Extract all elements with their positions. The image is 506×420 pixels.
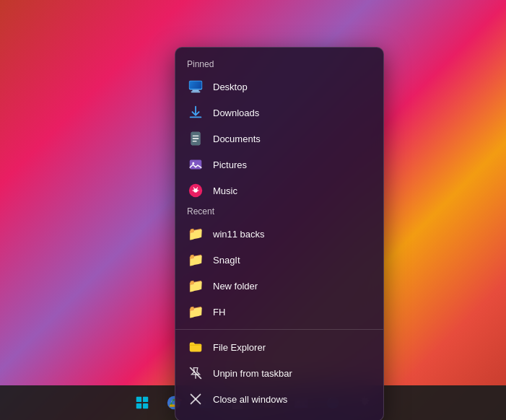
menu-item-pictures[interactable]: Pictures <box>175 152 383 178</box>
menu-item-desktop[interactable]: Desktop <box>175 74 383 100</box>
svg-rect-4 <box>190 82 202 89</box>
menu-divider <box>175 329 383 330</box>
folder-icon-fh: 📁 <box>187 303 204 320</box>
menu-item-newfolder-label: New folder <box>213 281 258 292</box>
file-explorer-icon <box>187 338 204 356</box>
taskbar-start-button[interactable] <box>128 388 157 417</box>
svg-rect-18 <box>136 397 141 402</box>
menu-item-unpin-label: Unpin from taskbar <box>213 368 292 379</box>
recent-section-label: Recent <box>175 204 383 221</box>
menu-item-snagit-label: SnagIt <box>213 255 240 266</box>
menu-item-fh[interactable]: 📁 FH <box>175 299 383 325</box>
folder-icon-snagit: 📁 <box>187 251 204 268</box>
menu-item-fh-label: FH <box>213 307 225 318</box>
downloads-icon <box>187 104 204 121</box>
svg-rect-2 <box>191 91 201 92</box>
menu-item-win11backs[interactable]: 📁 win11 backs <box>175 221 383 247</box>
folder-icon-win11backs: 📁 <box>187 225 204 242</box>
pinned-section-label: Pinned <box>175 56 383 74</box>
pictures-icon <box>187 156 204 173</box>
menu-item-close-all[interactable]: Close all windows <box>175 386 383 412</box>
menu-item-downloads-label: Downloads <box>213 108 259 118</box>
svg-rect-10 <box>190 160 202 170</box>
svg-rect-19 <box>142 397 147 402</box>
menu-item-desktop-label: Desktop <box>213 82 248 92</box>
svg-rect-20 <box>136 403 141 408</box>
svg-point-11 <box>192 162 194 165</box>
music-icon <box>187 182 204 199</box>
menu-item-file-explorer-label: File Explorer <box>213 342 266 353</box>
menu-item-pictures-label: Pictures <box>213 159 247 170</box>
desktop-icon <box>187 78 204 95</box>
folder-icon-newfolder: 📁 <box>187 277 204 294</box>
menu-item-music-label: Music <box>213 185 237 196</box>
svg-rect-21 <box>142 403 147 408</box>
menu-item-documents-label: Documents <box>213 134 261 144</box>
menu-item-snagit[interactable]: 📁 SnagIt <box>175 247 383 273</box>
menu-item-unpin[interactable]: Unpin from taskbar <box>175 360 383 386</box>
unpin-icon <box>187 364 204 382</box>
menu-item-win11backs-label: win11 backs <box>213 229 265 240</box>
menu-item-music[interactable]: Music <box>175 178 383 204</box>
menu-item-documents[interactable]: Documents <box>175 126 383 152</box>
close-icon <box>187 390 204 408</box>
svg-rect-1 <box>192 90 199 92</box>
documents-icon <box>187 130 204 147</box>
menu-item-newfolder[interactable]: 📁 New folder <box>175 273 383 299</box>
context-menu: Pinned Desktop <box>175 47 384 420</box>
menu-item-file-explorer[interactable]: File Explorer <box>175 334 383 360</box>
menu-item-downloads[interactable]: Downloads <box>175 100 383 126</box>
menu-item-close-all-label: Close all windows <box>213 394 287 405</box>
